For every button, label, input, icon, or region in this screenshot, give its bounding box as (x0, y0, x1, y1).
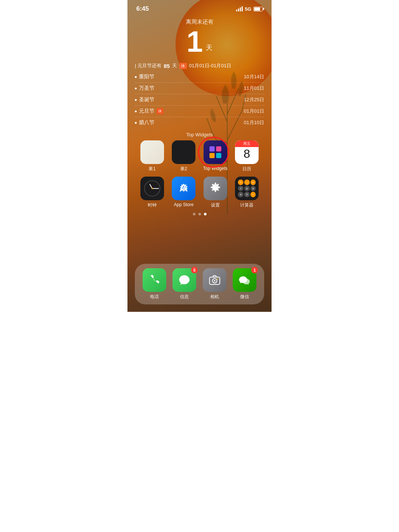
dock: 电话 5 信息 (127, 259, 272, 312)
signal-5g-label: 5G (245, 6, 251, 12)
app-grid-label: Top Widgets (135, 132, 264, 137)
clock-center (151, 188, 153, 189)
countdown-unit: 天 (206, 43, 212, 57)
holiday-date: 01月10日 (244, 119, 264, 126)
holiday-name: 腊八节 (135, 119, 154, 126)
dock-icon-phone (143, 268, 166, 292)
holiday-name: 万圣节 (135, 85, 154, 92)
app-item-fruit2[interactable]: 果2 (170, 140, 198, 172)
status-right-group: 5G (236, 6, 263, 12)
holiday-date: 01月01日 (244, 108, 264, 115)
clock-min-hand (152, 188, 159, 189)
dock-item-wechat[interactable]: 1 微信 (231, 268, 259, 300)
svg-point-14 (214, 280, 215, 282)
clock-face (144, 180, 160, 197)
holiday-date: 12月25日 (244, 96, 264, 103)
app-label-fruit1: 果1 (149, 166, 156, 172)
app-item-fruit1[interactable]: 果1 (139, 140, 166, 172)
holiday-dot (135, 110, 137, 112)
page-dot-1 (193, 213, 195, 215)
holiday-header: | 元旦节还有 85 天 休 01月01日-01月01日 (135, 62, 264, 69)
holiday-item: 腊八节 01月10日 (135, 117, 264, 128)
svg-rect-9 (209, 153, 215, 158)
app-label-settings: 设置 (211, 202, 220, 208)
battery-fill (254, 7, 260, 11)
holiday-item: 元旦节 休 01月01日 (135, 106, 264, 117)
dock-icon-camera (203, 268, 226, 292)
dock-inner: 电话 5 信息 (135, 264, 264, 304)
app-icon-topwidgets (204, 140, 227, 164)
app-item-topwidgets[interactable]: Top Widgets (202, 140, 229, 172)
app-item-clock[interactable]: 时钟 (139, 177, 166, 208)
app-label-clock: 时钟 (148, 202, 157, 208)
signal-bar-3 (240, 7, 241, 11)
battery-icon (253, 7, 263, 11)
app-icon-calculator: + - × 7 8 9 4 5 ÷ (235, 177, 259, 200)
app-label-calculator: 计算器 (240, 202, 253, 208)
page-dots (135, 213, 264, 215)
app-grid-row2: 时钟 ⚙ App Store (135, 177, 264, 208)
app-label-fruit2: 果2 (180, 166, 187, 172)
app-icon-appstore: ⚙ (172, 177, 195, 200)
signal-bar-2 (238, 8, 239, 11)
dock-label-phone: 电话 (150, 294, 159, 300)
holiday-header-prefix: | 元旦节还有 (135, 62, 161, 69)
svg-rect-10 (216, 153, 221, 158)
holiday-days-count: 85 (164, 63, 170, 69)
app-item-settings[interactable]: 设置 (202, 177, 229, 208)
messages-badge: 5 (191, 267, 198, 273)
status-bar: 6:45 5G (127, 0, 272, 15)
holiday-range: 01月01日-01月01日 (189, 62, 231, 69)
app-icon-fruit2 (172, 140, 195, 164)
holiday-dot (135, 76, 137, 78)
wechat-badge: 1 (251, 267, 258, 273)
app-icon-settings (204, 177, 227, 200)
holiday-name-text: 重阳节 (139, 74, 154, 80)
holiday-items-container: 重阳节 10月14日 万圣节 11月01日 圣诞节 12月25日 元旦节 休 0… (135, 71, 264, 128)
dock-item-messages[interactable]: 5 信息 (171, 268, 198, 300)
status-time: 6:45 (136, 5, 149, 13)
signal-bar-1 (236, 10, 237, 11)
dock-label-camera: 相机 (210, 294, 219, 300)
holiday-header-suffix: 天 (172, 62, 177, 69)
holiday-dot (135, 122, 137, 124)
holiday-name-text: 圣诞节 (139, 96, 154, 103)
signal-bar-4 (242, 6, 243, 11)
holiday-name: 重阳节 (135, 74, 154, 80)
dock-item-phone[interactable]: 电话 (141, 268, 168, 300)
app-icon-fruit1 (140, 140, 164, 164)
holiday-item: 圣诞节 12月25日 (135, 94, 264, 106)
holiday-name: 元旦节 休 (135, 108, 163, 115)
countdown-widget: 离周末还有 1 天 (135, 18, 264, 57)
calendar-dow: 周五 (235, 140, 259, 147)
calendar-day: 8 (243, 148, 250, 160)
app-item-calculator[interactable]: + - × 7 8 9 4 5 ÷ 计算器 (233, 177, 261, 208)
holiday-date: 10月14日 (244, 74, 264, 80)
countdown-number: 1 (187, 27, 203, 57)
signal-bars (236, 6, 243, 11)
holiday-date: 11月01日 (244, 85, 264, 92)
countdown-title: 离周末还有 (135, 18, 264, 25)
svg-rect-8 (216, 146, 221, 151)
app-icon-clock (140, 177, 164, 200)
app-item-calendar[interactable]: 周五 8 日历 (233, 140, 261, 172)
holiday-name: 圣诞节 (135, 96, 154, 103)
app-label-calendar: 日历 (242, 166, 251, 172)
widget-area: 离周末还有 1 天 | 元旦节还有 85 天 休 01月01日-01月01日 重… (127, 15, 272, 259)
holiday-item: 万圣节 11月01日 (135, 83, 264, 94)
dock-item-camera[interactable]: 相机 (201, 268, 228, 300)
svg-point-15 (217, 279, 218, 280)
app-label-topwidgets: Top Widgets (203, 166, 228, 171)
holiday-name-text: 腊八节 (139, 119, 154, 126)
dock-label-messages: 信息 (180, 294, 189, 300)
holiday-rest-badge: 休 (157, 108, 163, 114)
dock-icon-messages: 5 (173, 268, 196, 292)
holiday-item: 重阳节 10月14日 (135, 71, 264, 83)
holiday-dot (135, 99, 137, 101)
app-label-appstore: App Store (174, 202, 194, 207)
holiday-list-widget: | 元旦节还有 85 天 休 01月01日-01月01日 重阳节 10月14日 … (135, 62, 264, 128)
app-item-appstore[interactable]: ⚙ App Store (170, 177, 198, 208)
page-dot-2 (198, 213, 201, 215)
dock-icon-wechat: 1 (233, 268, 256, 292)
app-icon-calendar: 周五 8 (235, 140, 259, 164)
